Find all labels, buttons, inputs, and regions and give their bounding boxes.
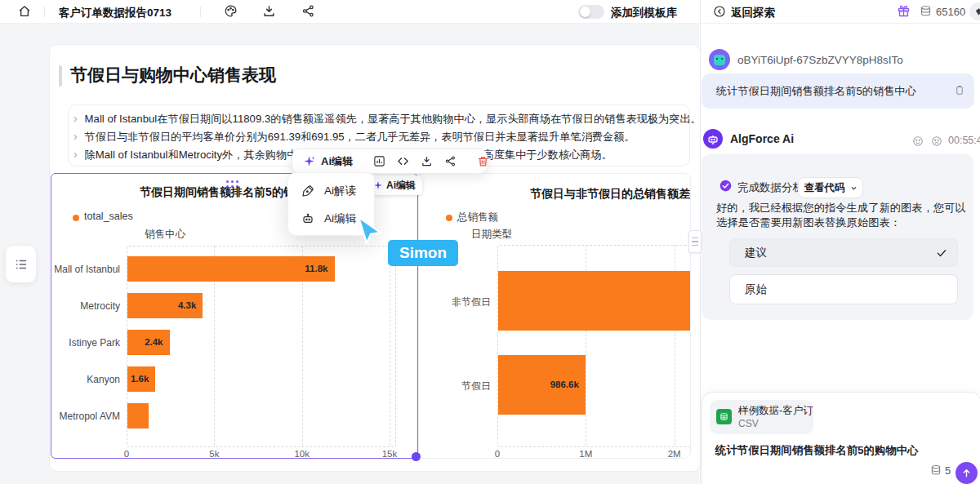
gift-icon[interactable]	[897, 4, 911, 18]
check-circle-icon	[719, 180, 732, 192]
gem-icon	[974, 7, 980, 16]
bar-value-label: 4.3k	[178, 300, 196, 310]
bar-value-label: 1.6k	[131, 374, 149, 384]
token-count: 65160	[936, 6, 965, 18]
category-label: Mall of Istanbul	[51, 264, 120, 275]
code-icon[interactable]	[397, 155, 409, 167]
x-tick-label: 2M	[668, 449, 681, 459]
feedback-like-icon[interactable]	[912, 135, 924, 147]
selection-tag-label: Ai编辑	[386, 179, 416, 193]
view-code-button[interactable]: 查看代码	[798, 177, 863, 198]
bullet-item[interactable]: 节假日与非节假日的平均客单价分别为691.39和691.95，二者几乎无差异，表…	[85, 131, 635, 143]
x-tick-label: 0	[124, 449, 129, 459]
bullet-chevron-icon: ›	[74, 112, 78, 125]
x-tick-label: 5k	[209, 449, 219, 459]
divider	[200, 7, 201, 17]
database-icon	[920, 5, 932, 17]
menu-item-ai-interpret[interactable]: Ai解读	[293, 178, 377, 204]
share-block-icon[interactable]	[444, 155, 457, 167]
x-tick-label: 1M	[579, 449, 592, 459]
spreadsheet-icon	[716, 409, 732, 424]
collaborator-cursor-icon	[356, 215, 385, 246]
bar[interactable]	[127, 403, 149, 428]
category-label: Kanyon	[51, 374, 120, 385]
x-tick-label: 10k	[294, 449, 310, 459]
bullet-chevron-icon: ›	[74, 148, 78, 161]
x-tick-label: 15k	[382, 449, 398, 459]
panel-resize-grip[interactable]	[688, 230, 702, 253]
divider	[44, 7, 45, 17]
download-block-icon[interactable]	[421, 155, 433, 167]
category-label: Metrocity	[51, 300, 120, 312]
toggle-knob	[580, 7, 590, 17]
check-icon	[936, 247, 947, 259]
category-label: 非节假日	[419, 295, 491, 309]
bar[interactable]	[498, 271, 691, 331]
view-code-label: 查看代码	[804, 181, 845, 195]
ai-edit-button[interactable]: Ai编辑	[321, 154, 353, 169]
file-name: 样例数据-客户订单	[738, 404, 813, 418]
bar-value-label: 2.4k	[145, 337, 163, 347]
bullet-item[interactable]: Mall of Istanbul在节假日期间以11809.3的销售额遥遥领先，显…	[85, 113, 702, 125]
report-title: 客户订单数据报告0713	[59, 6, 172, 20]
document-title[interactable]: 节假日与购物中心销售表现	[70, 64, 276, 87]
header-divider	[0, 23, 980, 24]
title-accent-bar	[59, 65, 62, 87]
collaborator-name-badge: Simon	[388, 240, 458, 266]
template-toggle[interactable]	[578, 5, 604, 19]
block-toolbar: Ai编辑	[292, 149, 488, 174]
composer-prompt-text[interactable]: 统计节假日期间销售额排名前5的购物中心	[715, 443, 918, 458]
back-to-explore-button[interactable]: 返回探索	[731, 6, 775, 20]
home-icon[interactable]	[18, 5, 31, 18]
template-toggle-label: 添加到模板库	[611, 6, 677, 20]
bar-value-label: 986.6k	[550, 380, 579, 389]
bullet-chevron-icon: ›	[74, 130, 78, 143]
robot-icon	[301, 212, 314, 225]
outline-toc-button[interactable]	[5, 245, 37, 283]
download-icon[interactable]	[262, 4, 276, 18]
option-label: 建议	[745, 246, 767, 260]
option-label: 原始	[745, 282, 767, 297]
plot-area: 01M2M非节假日986.6k节假日	[419, 174, 690, 458]
back-icon[interactable]	[713, 5, 726, 18]
list-outline-icon	[14, 257, 29, 272]
chevron-down-icon	[850, 184, 858, 192]
dataset-icon	[930, 464, 942, 476]
chart-holiday-vs-nonholiday[interactable]: 节假日与非节假日的总销售额差异 总销售额 日期类型 01M2M非节假日986.6…	[418, 173, 691, 459]
resize-handle[interactable]	[412, 452, 421, 461]
file-type: CSV	[738, 418, 759, 429]
arrow-up-icon	[961, 468, 972, 478]
robot-icon	[706, 132, 719, 145]
top-bar: 客户订单数据报告0713 添加到模板库	[0, 0, 699, 23]
dataset-count: 5	[945, 464, 951, 477]
menu-item-label: Ai解读	[324, 184, 356, 198]
send-button[interactable]	[956, 462, 978, 484]
message-timestamp: 00:55:45	[948, 135, 980, 146]
feedback-dislike-icon[interactable]	[931, 135, 942, 147]
user-name: oBYiT6iUpf-67SzbZVYY8pH8sITo	[737, 54, 903, 66]
category-label: Istinye Park	[51, 337, 120, 349]
analysis-status: 完成数据分析	[737, 180, 804, 195]
attached-file-chip[interactable]: 样例数据-客户订单 CSV	[710, 400, 813, 434]
category-label: Metropol AVM	[51, 411, 120, 422]
user-message-text: 统计节假日期间销售额排名前5的销售中心	[716, 84, 916, 99]
bar[interactable]	[127, 256, 335, 282]
x-tick-label: 0	[495, 449, 500, 459]
menu-item-label: Ai编辑	[324, 211, 356, 226]
option-suggested[interactable]: 建议	[729, 238, 958, 267]
delete-icon[interactable]	[477, 155, 489, 167]
option-original[interactable]: 原始	[729, 274, 958, 304]
ai-avatar	[703, 129, 723, 149]
ai-reply-text: 好的，我已经根据您的指令生成了新的图表，您可以选择是否需要用新图表替换原始图表：	[716, 201, 971, 229]
bar-value-label: 11.8k	[305, 264, 327, 273]
theme-palette-icon[interactable]	[224, 4, 238, 18]
ai-name: AlgForce Ai	[730, 132, 794, 145]
chart-type-icon[interactable]	[373, 155, 385, 167]
share-icon[interactable]	[301, 4, 315, 18]
pen-nib-icon	[301, 184, 314, 198]
gridline	[390, 246, 390, 446]
ai-sparkle-icon	[303, 155, 315, 167]
category-label: 节假日	[419, 380, 491, 393]
copy-icon[interactable]	[954, 84, 965, 96]
user-avatar	[709, 49, 730, 70]
